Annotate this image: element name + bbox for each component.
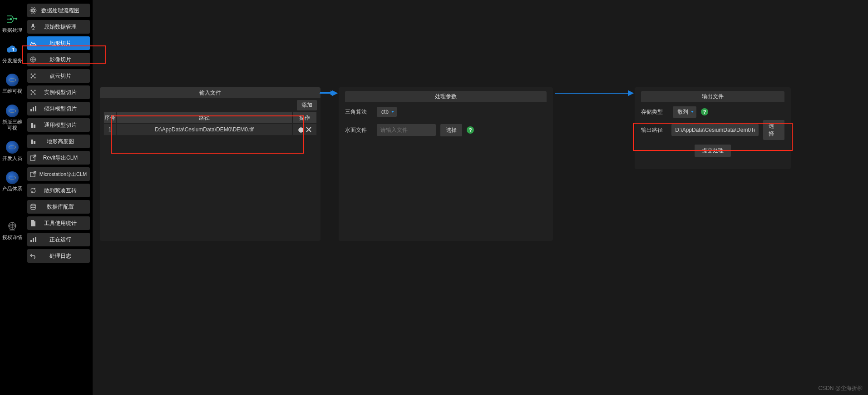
select-button[interactable]: 选择 bbox=[763, 120, 784, 140]
earth-icon bbox=[6, 141, 19, 154]
svg-point-1 bbox=[10, 19, 12, 20]
close-icon[interactable] bbox=[306, 127, 311, 132]
col-header-path: 路径 bbox=[116, 112, 292, 124]
panel-title: 输出文件 bbox=[641, 91, 784, 102]
rail-label: 产品体系 bbox=[2, 186, 22, 192]
subnav-oblique[interactable]: 倾斜模型切片 bbox=[27, 102, 90, 115]
bar-icon bbox=[27, 233, 39, 246]
outpath-input[interactable] bbox=[671, 124, 759, 136]
globe-icon bbox=[27, 53, 39, 66]
subnav-label: 倾斜模型切片 bbox=[39, 105, 90, 113]
subnav-label: 通用模型切片 bbox=[39, 121, 90, 129]
svg-rect-23 bbox=[31, 123, 33, 128]
svg-rect-22 bbox=[35, 106, 36, 111]
svg-point-29 bbox=[31, 204, 35, 206]
cloud-up-icon bbox=[6, 43, 19, 56]
subnav-pointcloud[interactable]: 点云切片 bbox=[27, 69, 90, 83]
cell-path: D:\AppData\CesiumData\DEM0\DEM0.tif bbox=[116, 124, 292, 135]
svg-rect-30 bbox=[30, 240, 32, 242]
rail-distribute[interactable]: 分发服务 bbox=[0, 40, 25, 67]
earth-icon bbox=[6, 74, 19, 86]
subnav-label: 地形切片 bbox=[39, 40, 90, 47]
building-icon bbox=[27, 118, 39, 132]
doc-icon bbox=[27, 216, 39, 230]
subnav-general[interactable]: 通用模型切片 bbox=[27, 118, 90, 132]
rail-dev[interactable]: 开发人员 bbox=[0, 137, 25, 165]
svg-rect-21 bbox=[33, 107, 34, 111]
submit-button[interactable]: 提交处理 bbox=[695, 145, 731, 157]
subnav-instance[interactable]: 实例模型切片 bbox=[27, 85, 90, 99]
subnav-label: 处理日志 bbox=[39, 252, 90, 260]
bar-icon bbox=[27, 102, 39, 115]
subnav-label: 点云切片 bbox=[39, 72, 90, 80]
gear-icon[interactable] bbox=[298, 126, 304, 133]
rail-product[interactable]: 产品体系 bbox=[0, 168, 25, 195]
subnav-image-tile[interactable]: 影像切片 bbox=[27, 53, 90, 66]
sub-nav: 数据处理流程图 原始数据管理 地形切片 影像切片 点云切片 实例模型切片 倾斜模… bbox=[25, 0, 93, 395]
subnav-log[interactable]: 处理日志 bbox=[27, 249, 90, 263]
water-label: 水面文件 bbox=[345, 126, 372, 134]
earth-icon bbox=[6, 171, 19, 184]
col-header-op: 操作 bbox=[292, 112, 317, 124]
subnav-running[interactable]: 正在运行 bbox=[27, 233, 90, 246]
storage-label: 存储类型 bbox=[641, 108, 668, 116]
rail-new-3d[interactable]: 新版三维可视 bbox=[0, 101, 25, 135]
col-header-idx: 序号 bbox=[104, 112, 116, 124]
subnav-raw[interactable]: 原始数据管理 bbox=[27, 20, 90, 34]
svg-point-0 bbox=[16, 18, 17, 20]
subnav-db[interactable]: 数据库配置 bbox=[27, 200, 90, 214]
arrow-head-icon bbox=[330, 90, 335, 95]
subnav-label: 地形高度图 bbox=[39, 138, 90, 145]
select-button[interactable]: 选择 bbox=[440, 124, 462, 136]
subnav-label: 工具使用统计 bbox=[39, 220, 90, 227]
svg-rect-32 bbox=[35, 237, 36, 242]
main-area: 输入文件 添加 序号 路径 操作 1 D:\AppData\CesiumData… bbox=[93, 0, 868, 395]
undo-icon bbox=[27, 249, 39, 263]
network-icon bbox=[27, 85, 39, 99]
subnav-label: 影像切片 bbox=[39, 56, 90, 64]
rail-label: 三维可视 bbox=[2, 88, 22, 94]
database-icon bbox=[27, 200, 39, 214]
mic-icon bbox=[27, 20, 39, 34]
subnav-revit[interactable]: Revit导出CLM bbox=[27, 151, 90, 165]
table-row: 1 D:\AppData\CesiumData\DEM0\DEM0.tif bbox=[104, 124, 317, 135]
atom-icon bbox=[27, 4, 39, 17]
rail-license[interactable]: 授权详情 bbox=[0, 216, 25, 244]
subnav-label: 散列紧凑互转 bbox=[39, 187, 90, 195]
subnav-micro[interactable]: Microstation导出CLM bbox=[27, 167, 90, 181]
help-icon[interactable]: ? bbox=[467, 126, 474, 134]
svg-rect-31 bbox=[33, 238, 34, 242]
svg-rect-20 bbox=[30, 109, 32, 111]
svg-point-4 bbox=[32, 10, 34, 11]
subnav-heightmap[interactable]: 地形高度图 bbox=[27, 135, 90, 148]
subnav-label: 原始数据管理 bbox=[39, 23, 90, 31]
subnav-flow[interactable]: 数据处理流程图 bbox=[27, 4, 90, 17]
subnav-terrain-tile[interactable]: 地形切片 bbox=[27, 36, 90, 50]
rail-3d[interactable]: 三维可视 bbox=[0, 70, 25, 98]
input-files-panel: 输入文件 添加 序号 路径 操作 1 D:\AppData\CesiumData… bbox=[100, 87, 321, 241]
subnav-label: 数据处理流程图 bbox=[39, 7, 90, 15]
subnav-stats[interactable]: 工具使用统计 bbox=[27, 216, 90, 230]
water-input[interactable] bbox=[377, 124, 436, 136]
subnav-label: Revit导出CLM bbox=[39, 154, 90, 162]
tri-dropdown[interactable]: ctb bbox=[377, 107, 397, 117]
globe-outline-icon bbox=[6, 220, 19, 233]
file-table: 序号 路径 操作 1 D:\AppData\CesiumData\DEM0\DE… bbox=[104, 112, 317, 135]
rail-label: 分发服务 bbox=[2, 58, 22, 64]
storage-dropdown[interactable]: 散列 bbox=[673, 106, 696, 118]
subnav-label: Microstation导出CLM bbox=[39, 171, 90, 178]
left-rail: 数据处理 分发服务 三维可视 新版三维可视 开发人员 产品体系 授权详情 bbox=[0, 0, 25, 395]
refresh-icon bbox=[27, 184, 39, 197]
rail-data-process[interactable]: 数据处理 bbox=[0, 9, 25, 37]
rail-label: 开发人员 bbox=[2, 155, 22, 161]
add-button[interactable]: 添加 bbox=[297, 100, 317, 110]
terrain-icon bbox=[27, 36, 39, 50]
earth-icon bbox=[6, 105, 19, 117]
help-icon[interactable]: ? bbox=[701, 108, 708, 115]
svg-rect-8 bbox=[32, 24, 34, 27]
subnav-label: 正在运行 bbox=[39, 236, 90, 244]
cell-op bbox=[292, 124, 317, 135]
tri-label: 三角算法 bbox=[345, 108, 372, 116]
subnav-convert[interactable]: 散列紧凑互转 bbox=[27, 184, 90, 197]
params-panel: 处理参数 三角算法 ctb 水面文件 选择 ? bbox=[339, 87, 553, 241]
